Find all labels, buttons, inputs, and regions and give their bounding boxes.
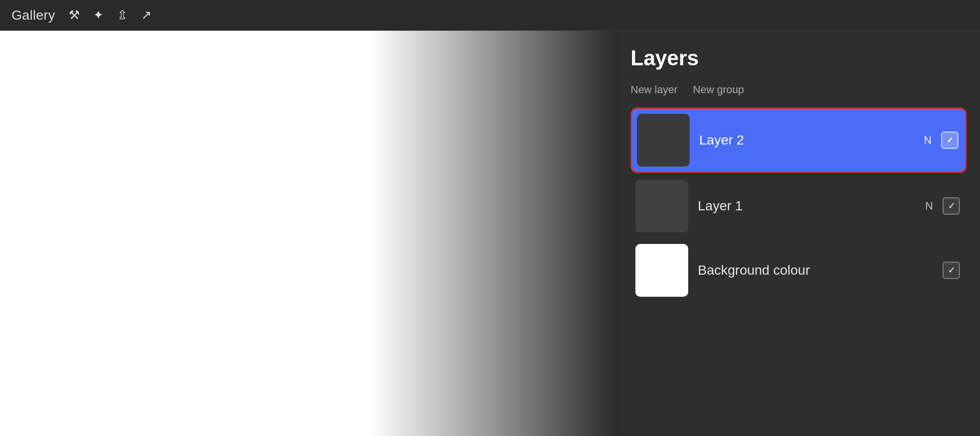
layer-item-layer-1[interactable]: Layer 1 N — [631, 175, 967, 237]
layer-2-blend[interactable]: N — [924, 134, 932, 146]
history-icon[interactable]: ⇫ — [117, 8, 128, 23]
magic-icon[interactable]: ✦ — [93, 8, 104, 23]
panel-title: Layers — [631, 46, 967, 70]
new-group-button[interactable]: New group — [693, 84, 744, 96]
canvas-content — [0, 31, 617, 436]
background-name: Background colour — [698, 263, 933, 278]
layer-item-layer-2[interactable]: Layer 2 N — [631, 108, 967, 173]
layer-1-visibility[interactable] — [943, 197, 960, 215]
wrench-icon[interactable]: ⚒ — [69, 8, 80, 23]
new-layer-button[interactable]: New layer — [631, 84, 678, 96]
background-visibility[interactable] — [943, 262, 960, 279]
layer-1-thumbnail — [635, 180, 688, 232]
canvas-area[interactable] — [0, 31, 617, 436]
toolbar: Gallery ⚒ ✦ ⇫ ↗ — [0, 0, 980, 31]
layer-2-name: Layer 2 — [699, 133, 924, 148]
background-thumbnail — [635, 244, 688, 297]
export-icon[interactable]: ↗ — [141, 8, 152, 23]
layer-1-blend[interactable]: N — [925, 200, 933, 212]
layer-2-visibility[interactable] — [941, 132, 958, 149]
layers-panel: Layers New layer New group Layer 2 N Lay… — [617, 31, 980, 436]
layer-1-name: Layer 1 — [698, 198, 925, 214]
layers-list: Layer 2 N Layer 1 N Background colour — [631, 108, 967, 302]
gallery-button[interactable]: Gallery — [12, 8, 55, 23]
layer-2-thumbnail — [637, 114, 690, 167]
layer-item-background[interactable]: Background colour — [631, 239, 967, 302]
panel-actions: New layer New group — [631, 84, 967, 96]
main-area: Layers New layer New group Layer 2 N Lay… — [0, 31, 980, 436]
